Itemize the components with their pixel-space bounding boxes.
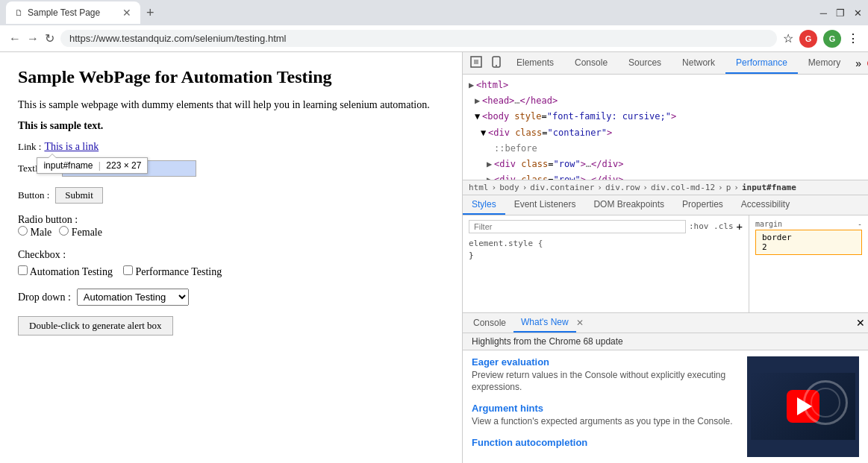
news-desc-1: Preview return values in the Console wit… [472,369,747,394]
page-heading: Sample WebPage for Automation Testing [18,67,444,87]
tree-line[interactable]: ▶::before [481,141,868,157]
tree-line[interactable]: ▶<html> [463,78,868,93]
new-tab-button[interactable]: + [146,5,154,21]
tab-network[interactable]: Network [672,53,725,74]
address-bar: ← → ↻ ☆ G G ⋮ [0,25,868,52]
back-button[interactable]: ← [9,32,21,45]
main-area: Sample WebPage for Automation Testing Th… [0,52,868,463]
styles-rule: element.style { } [469,238,743,262]
panel-tab-properties[interactable]: Properties [673,195,732,215]
inspect-element-btn[interactable] [466,53,487,73]
devtools-toolbar: Elements Console Sources Network Perform… [463,52,868,75]
maximize-button[interactable]: ❐ [836,7,845,19]
panel-tab-styles[interactable]: Styles [463,195,505,215]
breadcrumb-bar: html › body › div.container › div.row › … [463,180,868,195]
styles-filter-input[interactable] [469,220,686,233]
alert-button[interactable]: Double-click to generate alert box [18,316,173,336]
margin-label: margin - [755,220,862,228]
devtools-panel: Elements Console Sources Network Perform… [463,52,868,463]
breadcrumb-div-row[interactable]: div.row [605,183,640,192]
link-row: Link : This is a link input#fname | 223 … [18,141,444,153]
bottom-panel: Console What's New ✕ ✕ Highlights from t… [463,312,868,463]
bottom-panel-tabs: Console What's New ✕ ✕ [463,313,868,333]
tab-performance[interactable]: Performance [725,53,798,74]
panel-tabs: Styles Event Listeners DOM Breakpoints P… [463,195,868,215]
dropdown-select[interactable]: Automation Testing Performance Testing M… [77,289,189,306]
breadcrumb-html[interactable]: html [469,183,489,192]
news-title-1: Eager evaluation [472,356,747,368]
news-item-3: Function autocompletion [472,437,747,448]
bottom-tab-whats-new[interactable]: What's New [513,313,576,333]
devtools-tabs: Elements Console Sources Network Perform… [506,53,851,74]
description-text: This is sample webpage with dummy elemen… [18,99,444,111]
tree-line[interactable]: ▶<div class="row">…</div> [481,172,868,179]
breadcrumb-input[interactable]: input#fname [742,183,796,192]
tab-title: Sample Test Page [28,7,118,18]
checkbox-automation[interactable] [18,265,28,275]
tree-line[interactable]: ▶<head>…</head> [469,93,868,109]
styles-content: :hov .cls + element.style { } margin - [463,215,868,312]
chrome-menu-button[interactable]: ⋮ [847,31,859,45]
checkbox-label: Checkbox : [18,249,444,261]
checkbox-performance[interactable] [123,265,133,275]
checkbox1-label[interactable]: Automation Testing [18,265,113,278]
tab-sources[interactable]: Sources [618,53,672,74]
bookmark-button[interactable]: ☆ [783,31,793,45]
forward-button[interactable]: → [27,32,39,45]
reload-button[interactable]: ↻ [45,31,54,45]
minimize-button[interactable]: ─ [820,7,827,19]
profile-avatar[interactable]: G [823,30,841,48]
tree-line[interactable]: ▶<div class="row">…</div> [481,157,868,172]
button-row: Button : Submit [18,187,444,204]
submit-button[interactable]: Submit [55,187,103,204]
news-item-1: Eager evaluation Preview return values i… [472,356,747,394]
panel-tab-dom-breakpoints[interactable]: DOM Breakpoints [584,195,673,215]
devtools-more-btn[interactable]: » [851,54,866,72]
bottom-content: Eager evaluation Preview return values i… [463,350,868,463]
bottom-panel-close-btn[interactable]: ✕ [856,317,865,329]
radio-female[interactable] [59,226,69,236]
whats-new-tab-close[interactable]: ✕ [576,318,584,328]
tab-console[interactable]: Console [564,53,618,74]
radio-section: Radio button : Male Female [18,214,444,239]
checkbox-row: Automation Testing Performance Testing [18,265,444,278]
sample-link[interactable]: This is a link [44,141,99,152]
tooltip-container: This is a link input#fname | 223 × 27 [44,141,99,153]
tree-line[interactable]: ▼<div class="container"> [475,125,868,141]
radio-row: Male Female [18,226,444,239]
radio-male[interactable] [18,226,28,236]
url-input[interactable] [60,30,777,47]
tree-line[interactable]: ▼<body style="font-family: cursive;"> [469,109,868,125]
border-box-row: border 2 [755,230,862,255]
tab-elements[interactable]: Elements [506,53,564,74]
styles-left-panel: :hov .cls + element.style { } [463,215,749,312]
border-value: 2 [762,242,767,252]
tab-close-btn[interactable]: ✕ [122,7,131,19]
panel-tab-accessibility[interactable]: Accessibility [732,195,799,215]
close-window-button[interactable]: ✕ [854,7,862,19]
browser-tab[interactable]: 🗋 Sample Test Page ✕ [6,1,140,24]
news-title-2: Argument hints [472,403,747,414]
breadcrumb-div-col[interactable]: div.col-md-12 [651,183,715,192]
radio-male-label[interactable]: Male [18,226,51,239]
html-tree: ▶<html> ▶<head>…</head> ▼<body style="fo… [463,75,868,180]
filter-row: :hov .cls + [469,220,743,233]
profile-extensions-icon: G [799,30,817,48]
bottom-tab-console[interactable]: Console [466,314,513,332]
hov-cls-btn[interactable]: :hov .cls [689,221,734,231]
breadcrumb-body[interactable]: body [499,183,519,192]
breadcrumb-p[interactable]: p [726,183,731,192]
news-video-thumbnail[interactable] [747,356,859,457]
tab-memory[interactable]: Memory [798,53,851,74]
panel-tab-event-listeners[interactable]: Event Listeners [505,195,585,215]
box-model: margin - border 2 [755,220,862,255]
news-item-2: Argument hints View a function's expecte… [472,403,747,428]
breadcrumb-div-container[interactable]: div.container [530,183,594,192]
device-toggle-btn[interactable] [487,53,506,73]
radio-female-label[interactable]: Female [59,226,102,239]
webpage-content: Sample WebPage for Automation Testing Th… [0,52,463,463]
radio-label: Radio button : [18,214,78,225]
add-rule-btn[interactable]: + [737,221,743,233]
link-label: Link : [18,141,41,153]
checkbox2-label[interactable]: Performance Testing [123,265,222,278]
